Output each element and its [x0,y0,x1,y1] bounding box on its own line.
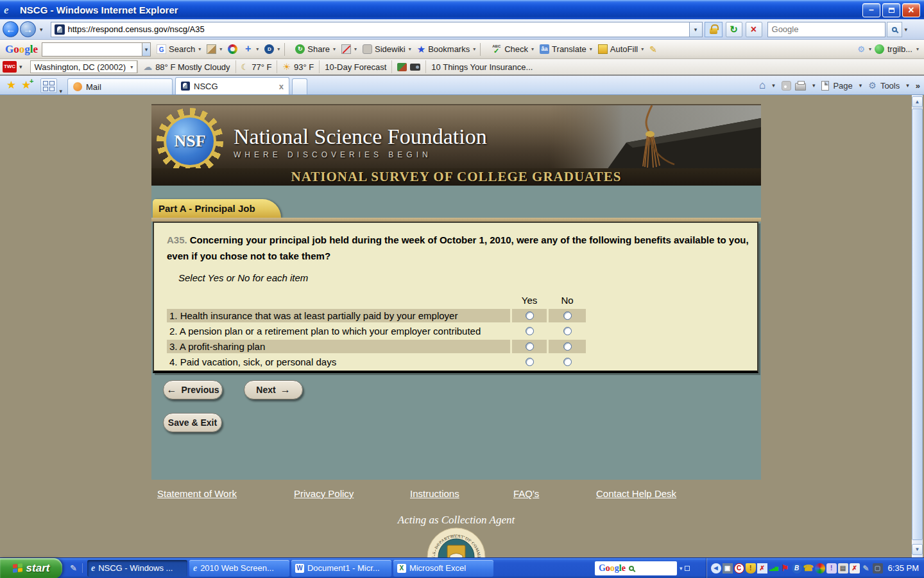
google-deskbar[interactable]: Google ▾ [595,561,690,575]
link-instructions[interactable]: Instructions [410,488,459,499]
highlighter-button[interactable]: ✎ [649,44,657,55]
url-input[interactable] [68,24,686,34]
copyright-tray-icon[interactable]: C [734,563,744,574]
signal-strength-icon[interactable]: ▂▄▆ [769,563,779,574]
search-options-dropdown[interactable]: ▾ [902,26,911,33]
swirl-tray-icon[interactable] [815,563,825,574]
scroll-up-button[interactable]: ▲ [912,96,923,107]
radio-yes-1[interactable] [526,311,534,320]
address-dropdown-button[interactable]: ▾ [690,22,703,37]
error-tray-icon[interactable]: ✗ [850,563,860,574]
tab-close-icon[interactable]: x [279,82,284,91]
radio-yes-2[interactable] [526,327,534,335]
account-name[interactable]: trgilb... [887,44,912,54]
link-statement-of-work[interactable]: Statement of Work [157,488,237,499]
share-button[interactable]: ↻Share▾ [295,44,336,54]
alert-tray-icon[interactable]: ! [826,563,837,574]
print-button[interactable] [795,83,806,91]
scroll-down-button[interactable]: ▼ [912,544,923,555]
toolbar-search-box[interactable]: ▾ [42,42,151,57]
radio-no-3[interactable] [563,342,572,351]
home-button[interactable]: ⌂ [759,79,766,92]
task-nscg[interactable]: e NSCG - Windows ... [87,560,187,577]
tab-nscg[interactable]: NSCG x [175,77,289,94]
restore-button[interactable] [882,3,900,17]
close-button[interactable]: × [902,3,920,17]
spellcheck-button[interactable]: ABC✓Check▾ [491,44,534,54]
radio-no-1[interactable] [563,311,572,320]
monitor-tray-icon[interactable]: ▢ [873,563,883,574]
tab-list-dropdown[interactable]: ▾ [57,88,65,94]
search-go-button[interactable] [887,22,902,37]
toolbar-search-dropdown[interactable]: ▾ [142,43,150,56]
phone-tray-icon[interactable]: ☎ [803,563,814,574]
toolbar-news-button[interactable]: ▾ [207,44,222,54]
tab-mail[interactable]: Mail [67,78,173,94]
overflow-chevron[interactable]: » [916,81,920,91]
hide-icons-button[interactable]: ◀ [711,563,721,574]
link-privacy-policy[interactable]: Privacy Policy [294,488,354,499]
toolbar-add-button[interactable]: +▾ [243,44,259,54]
popup-blocker-button[interactable]: ▾ [341,44,357,54]
security-shield-icon[interactable]: ! [746,563,756,574]
radio-no-4[interactable] [563,358,572,366]
favorites-button[interactable]: ★ [6,78,16,92]
task-excel[interactable]: X Microsoft Excel [393,560,493,577]
home-dropdown[interactable]: ▾ [769,82,778,89]
vertical-scrollbar[interactable]: ▲ ▼ [912,95,923,557]
deskbar-search-box[interactable]: Google [595,561,677,575]
sidewiki-button[interactable]: Sidewiki▾ [363,44,411,54]
account-dropdown[interactable]: ▾ [916,46,919,52]
display-tray-icon[interactable]: ▣ [723,563,733,574]
previous-button[interactable]: ← Previous [163,380,223,399]
quick-launch-icon[interactable]: ✎ [62,563,83,573]
nav-history-dropdown[interactable]: ▾ [37,26,46,33]
twc-dropdown[interactable]: ▾ [17,64,25,70]
tools-dropdown[interactable]: ▾ [903,82,912,89]
new-tab-stub[interactable] [292,78,307,94]
toolbar-swirl-button[interactable] [228,44,237,54]
news-headline-link[interactable]: 10 Things Your Insurance... [425,60,538,73]
pen-tray-icon[interactable]: ✎ [861,563,871,574]
stop-button[interactable]: × [746,22,762,37]
next-button[interactable]: Next → [244,380,303,399]
page-dropdown[interactable]: ▾ [857,82,865,89]
deskbar-dropdown[interactable]: ▾ [680,565,683,572]
bluetooth-icon[interactable]: B [792,563,802,574]
forecast-link[interactable]: 10-Day Forecast [319,60,391,73]
settings-dropdown[interactable]: ▾ [869,46,871,52]
weather-day-temp[interactable]: ☀ 93° F [277,60,319,73]
twc-logo-icon[interactable]: TWC [3,61,17,73]
search-box[interactable] [767,22,886,37]
task-word-document[interactable]: W Document1 - Micr... [291,560,391,577]
link-contact-help-desk[interactable]: Contact Help Desk [596,488,676,499]
search-input[interactable] [772,24,881,34]
link-faqs[interactable]: FAQ's [513,488,539,499]
feeds-icon[interactable] [782,81,791,91]
tools-menu[interactable]: Tools [880,81,900,91]
back-button[interactable]: ← [3,21,19,37]
start-button[interactable]: start [0,558,62,578]
toolbar-settings-button[interactable]: ⚙ [857,44,865,54]
weather-night-temp[interactable]: ☾ 77° F [235,60,277,73]
add-favorite-button[interactable]: ★+ [21,78,31,92]
device-tray-icon[interactable]: ▤ [838,563,848,574]
autofill-button[interactable]: AutoFill▾ [598,44,644,54]
radio-no-2[interactable] [563,327,572,335]
bookmarks-button[interactable]: ★Bookmarks▾ [417,44,476,55]
print-dropdown[interactable]: ▾ [810,82,818,89]
translate-button[interactable]: âaTranslate▾ [540,44,592,54]
network-error-icon[interactable]: ✗ [757,563,767,574]
deskbar-restore-icon[interactable] [685,566,690,571]
quick-tabs-button[interactable] [40,78,57,93]
task-web-screen[interactable]: e 2010 Web Screen... [189,560,289,577]
refresh-button[interactable]: ↻ [726,22,742,37]
weather-conditions[interactable]: ☁ 88° F Mostly Cloudy [137,60,235,73]
flag-tray-icon[interactable]: ⚑ [780,563,791,574]
weather-extra-icons[interactable] [391,60,425,73]
minimize-button[interactable]: – [862,3,880,17]
scrollbar-thumb[interactable] [912,109,923,540]
radio-yes-4[interactable] [526,358,534,366]
save-exit-button[interactable]: Save & Exit [163,413,222,432]
weather-location-selector[interactable]: Washington, DC (20002) ▾ [30,60,138,73]
